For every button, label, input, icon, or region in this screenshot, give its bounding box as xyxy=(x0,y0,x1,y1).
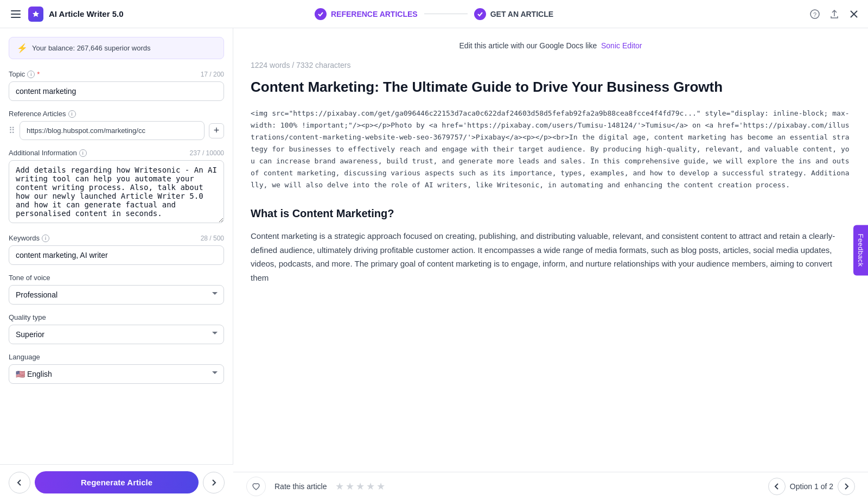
step2-circle xyxy=(474,8,486,20)
add-ref-button[interactable]: + xyxy=(209,123,224,138)
feedback-tab[interactable]: Feedback xyxy=(853,225,868,275)
additional-info-group: Additional Information i 237 / 10000 Add… xyxy=(9,149,224,225)
app-logo xyxy=(28,7,43,22)
regenerate-button[interactable]: Regenerate Article xyxy=(35,471,199,493)
star-1[interactable]: ★ xyxy=(335,480,344,492)
topic-group: Topic i * 17 / 200 xyxy=(9,70,224,101)
nav-steps: REFERENCE ARTICLES GET AN ARTICLE xyxy=(315,8,553,20)
ref-info-icon[interactable]: i xyxy=(68,110,76,118)
tone-select-wrapper: Professional Casual Formal Humorous xyxy=(9,285,224,305)
sonic-editor-link[interactable]: Sonic Editor xyxy=(601,41,642,50)
additional-info-textarea[interactable]: Add details regarding how Writesonic - A… xyxy=(9,160,224,223)
additional-info-label: Additional Information i xyxy=(9,149,87,157)
quality-label-row: Quality type xyxy=(9,313,224,321)
nav-right: ? xyxy=(809,9,859,20)
prev-button[interactable] xyxy=(9,472,30,493)
star-5[interactable]: ★ xyxy=(376,480,385,492)
nav-step-reference[interactable]: REFERENCE ARTICLES xyxy=(315,8,418,20)
section2-title: What is Content Marketing? xyxy=(251,204,851,223)
tone-select[interactable]: Professional Casual Formal Humorous xyxy=(9,285,224,305)
left-panel: ⚡ Your balance: 267,646 superior words T… xyxy=(0,28,233,500)
keywords-label-row: Keywords i 28 / 500 xyxy=(9,234,224,242)
close-button[interactable] xyxy=(848,9,859,20)
share-button[interactable] xyxy=(829,9,840,20)
hamburger-button[interactable] xyxy=(9,8,23,20)
topic-input[interactable] xyxy=(9,81,224,101)
topic-counter: 17 / 200 xyxy=(201,71,224,78)
app-title: AI Article Writer 5.0 xyxy=(49,9,124,18)
lightning-icon: ⚡ xyxy=(17,43,28,53)
article-title: Content Marketing: The Ultimate Guide to… xyxy=(251,78,851,97)
option-next-button[interactable] xyxy=(838,478,855,495)
option-label: Option 1 of 2 xyxy=(790,482,833,491)
keywords-label: Keywords i xyxy=(9,234,49,242)
drag-handle-icon[interactable]: ⠿ xyxy=(9,125,15,136)
addinfo-info-icon[interactable]: i xyxy=(79,149,87,157)
keywords-counter: 28 / 500 xyxy=(201,235,224,242)
language-label: Language xyxy=(9,353,40,361)
topic-required: * xyxy=(37,70,40,78)
edit-bar: Edit this article with our Google Docs l… xyxy=(251,41,851,50)
tone-label: Tone of voice xyxy=(9,274,50,282)
quality-label: Quality type xyxy=(9,313,46,321)
article-raw-code: <img src="https://pixabay.com/get/ga0964… xyxy=(251,107,851,192)
article-body: <img src="https://pixabay.com/get/ga0964… xyxy=(251,107,851,285)
article-bottom-bar: Rate this article ★ ★ ★ ★ ★ Option 1 of … xyxy=(233,472,868,500)
ref-articles-label: Reference Articles i xyxy=(9,110,76,118)
star-3[interactable]: ★ xyxy=(356,480,365,492)
language-select-wrapper: 🇺🇸 English Spanish French xyxy=(9,364,224,384)
option-prev-button[interactable] xyxy=(768,478,786,495)
step2-label: GET AN ARTICLE xyxy=(490,10,553,18)
like-button[interactable] xyxy=(246,477,266,496)
balance-bar: ⚡ Your balance: 267,646 superior words xyxy=(9,37,224,59)
addinfo-counter: 237 / 10000 xyxy=(190,149,224,157)
tone-group: Tone of voice Professional Casual Formal… xyxy=(9,274,224,305)
additional-info-label-row: Additional Information i 237 / 10000 xyxy=(9,149,224,157)
rate-text: Rate this article xyxy=(275,482,327,491)
svg-text:?: ? xyxy=(813,11,816,18)
language-select[interactable]: 🇺🇸 English Spanish French xyxy=(9,364,224,384)
quality-select[interactable]: Superior Good Economy xyxy=(9,325,224,344)
main-layout: ⚡ Your balance: 267,646 superior words T… xyxy=(0,28,868,500)
step1-circle xyxy=(315,8,327,20)
next-button[interactable] xyxy=(203,472,225,493)
topic-label-row: Topic i * 17 / 200 xyxy=(9,70,224,78)
top-nav: AI Article Writer 5.0 REFERENCE ARTICLES… xyxy=(0,0,868,28)
nav-step-article[interactable]: GET AN ARTICLE xyxy=(474,8,553,20)
keywords-group: Keywords i 28 / 500 xyxy=(9,234,224,265)
step1-label: REFERENCE ARTICLES xyxy=(331,10,418,18)
option-nav: Option 1 of 2 xyxy=(768,478,855,495)
right-panel: Edit this article with our Google Docs l… xyxy=(233,28,868,500)
star-4[interactable]: ★ xyxy=(366,480,375,492)
keywords-info-icon[interactable]: i xyxy=(42,235,49,242)
ref-article-row: ⠿ + xyxy=(9,121,224,140)
balance-text: Your balance: 267,646 superior words xyxy=(32,44,151,52)
language-label-row: Language xyxy=(9,353,224,361)
bottom-actions: Regenerate Article xyxy=(0,464,233,500)
ref-articles-group: Reference Articles i ⠿ + xyxy=(9,110,224,140)
ref-label-row: Reference Articles i xyxy=(9,110,224,118)
topic-label: Topic i * xyxy=(9,70,40,78)
tone-label-row: Tone of voice xyxy=(9,274,224,282)
ref-url-input[interactable] xyxy=(20,121,205,140)
language-group: Language 🇺🇸 English Spanish French xyxy=(9,353,224,384)
quality-select-wrapper: Superior Good Economy xyxy=(9,325,224,344)
keywords-input[interactable] xyxy=(9,245,224,265)
help-button[interactable]: ? xyxy=(809,9,820,20)
word-count: 1224 words / 7332 characters xyxy=(251,61,851,69)
step-connector xyxy=(424,14,468,14)
star-rating[interactable]: ★ ★ ★ ★ ★ xyxy=(335,480,385,492)
topic-info-icon[interactable]: i xyxy=(27,71,35,78)
section2-body: Content marketing is a strategic approac… xyxy=(251,229,851,284)
nav-left: AI Article Writer 5.0 xyxy=(9,7,161,22)
quality-group: Quality type Superior Good Economy xyxy=(9,313,224,344)
star-2[interactable]: ★ xyxy=(346,480,354,492)
